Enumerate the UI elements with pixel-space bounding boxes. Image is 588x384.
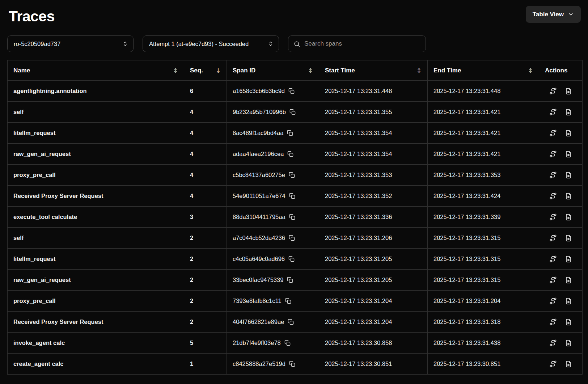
view-trace-button[interactable] xyxy=(549,213,557,221)
copy-icon xyxy=(289,193,295,199)
span-id-value: 21db7f4e9ff03e78 xyxy=(233,339,281,346)
view-trace-button[interactable] xyxy=(549,339,557,347)
document-icon xyxy=(565,151,572,158)
view-trace-button[interactable] xyxy=(549,108,557,116)
span-name: create_agent calc xyxy=(8,354,184,375)
copy-span-id-button[interactable] xyxy=(287,130,293,136)
span-end-time: 2025-12-17 13:23:31.421 xyxy=(428,144,539,165)
span-seq: 2 xyxy=(184,228,227,249)
sort-updown-icon[interactable]: ↕ xyxy=(173,67,178,74)
view-details-button[interactable] xyxy=(565,256,572,263)
copy-span-id-button[interactable] xyxy=(289,109,296,115)
view-details-button[interactable] xyxy=(565,318,572,326)
view-trace-button[interactable] xyxy=(549,360,557,368)
document-icon xyxy=(565,109,572,116)
copy-span-id-button[interactable] xyxy=(287,277,293,283)
view-details-button[interactable] xyxy=(565,130,572,137)
view-trace-button[interactable] xyxy=(549,234,557,242)
view-details-button[interactable] xyxy=(565,360,572,368)
view-details-button[interactable] xyxy=(565,235,572,242)
attempt-select[interactable]: Attempt 1 (at-e9ec7d93) - Succeeded xyxy=(143,35,279,52)
span-seq: 2 xyxy=(184,249,227,270)
view-details-button[interactable] xyxy=(565,109,572,116)
view-details-button[interactable] xyxy=(565,277,572,284)
table-view-label: Table View xyxy=(533,11,564,18)
span-name: self xyxy=(8,228,184,249)
copy-span-id-button[interactable] xyxy=(289,235,295,241)
filter-controls: ro-5c20509ad737 Attempt 1 (at-e9ec7d93) … xyxy=(7,35,581,52)
view-trace-button[interactable] xyxy=(549,150,557,158)
sort-updown-icon[interactable]: ↕ xyxy=(308,67,313,74)
view-details-button[interactable] xyxy=(565,88,572,95)
table-row: litellm_request 4 8ac489f1ac9bd4aa 2025-… xyxy=(8,123,583,144)
span-name: proxy_pre_call xyxy=(8,291,184,312)
view-trace-button[interactable] xyxy=(549,171,557,179)
view-trace-button[interactable] xyxy=(549,255,557,263)
view-trace-button[interactable] xyxy=(549,129,557,137)
document-icon xyxy=(565,298,572,305)
copy-span-id-button[interactable] xyxy=(287,151,293,157)
span-name: litellm_request xyxy=(8,123,184,144)
span-name: proxy_pre_call xyxy=(8,165,184,186)
route-icon xyxy=(549,192,557,200)
column-header-end-time[interactable]: End Time↕ xyxy=(428,60,539,81)
span-id-value: c8425888a27e519d xyxy=(233,360,285,367)
view-trace-button[interactable] xyxy=(549,87,557,95)
copy-span-id-button[interactable] xyxy=(288,88,295,94)
traces-table: Name↕Seq.↓Span ID↕Start Time↕End Time↕Ac… xyxy=(7,60,583,375)
span-end-time: 2025-12-17 13:23:31.315 xyxy=(428,228,539,249)
span-start-time: 2025-12-17 13:23:31.336 xyxy=(319,207,428,228)
route-icon xyxy=(549,276,557,284)
span-id-value: a1658c3cb6b3bc9d xyxy=(233,88,285,94)
copy-icon xyxy=(287,151,293,157)
view-details-button[interactable] xyxy=(565,151,572,158)
table-row: raw_gen_ai_request 2 33bec0fac9475339 20… xyxy=(8,270,583,291)
table-row: self 2 a7c044cb52da4236 2025-12-17 13:23… xyxy=(8,228,583,249)
sort-updown-icon[interactable]: ↕ xyxy=(528,67,533,74)
table-view-button[interactable]: Table View xyxy=(526,6,581,23)
document-icon xyxy=(565,360,572,368)
copy-span-id-button[interactable] xyxy=(288,256,295,262)
column-header-span-id[interactable]: Span ID↕ xyxy=(227,60,319,81)
copy-icon xyxy=(288,319,294,325)
span-name: raw_gen_ai_request xyxy=(8,270,184,291)
copy-span-id-button[interactable] xyxy=(285,298,291,304)
view-details-button[interactable] xyxy=(565,298,572,305)
span-seq: 5 xyxy=(184,333,227,354)
copy-span-id-button[interactable] xyxy=(289,193,295,199)
span-seq: 4 xyxy=(184,102,227,123)
view-details-button[interactable] xyxy=(565,172,572,179)
view-details-button[interactable] xyxy=(565,214,572,221)
view-trace-button[interactable] xyxy=(549,318,557,326)
column-header-seq[interactable]: Seq.↓ xyxy=(184,60,227,81)
copy-icon xyxy=(284,340,291,346)
span-id-value: c5bc84137a60275e xyxy=(233,172,285,178)
span-seq: 2 xyxy=(184,312,227,333)
span-start-time: 2025-12-17 13:23:31.205 xyxy=(319,249,428,270)
copy-span-id-button[interactable] xyxy=(289,214,295,220)
view-trace-button[interactable] xyxy=(549,297,557,305)
route-icon xyxy=(549,234,557,242)
table-row: Received Proxy Server Request 4 54e90110… xyxy=(8,186,583,207)
view-trace-button[interactable] xyxy=(549,276,557,284)
sort-updown-icon[interactable]: ↕ xyxy=(416,67,422,74)
rollout-select[interactable]: ro-5c20509ad737 xyxy=(7,35,134,52)
span-seq: 4 xyxy=(184,144,227,165)
copy-span-id-button[interactable] xyxy=(289,172,295,178)
table-row: execute_tool calculate 3 88da3104411795a… xyxy=(8,207,583,228)
copy-span-id-button[interactable] xyxy=(288,319,294,325)
document-icon xyxy=(565,214,572,221)
sort-descending-icon[interactable]: ↓ xyxy=(216,67,221,74)
view-trace-button[interactable] xyxy=(549,192,557,200)
view-details-button[interactable] xyxy=(565,339,572,347)
span-start-time: 2025-12-17 13:23:31.206 xyxy=(319,228,428,249)
span-start-time: 2025-12-17 13:23:31.205 xyxy=(319,270,428,291)
search-spans-input[interactable] xyxy=(304,40,420,47)
column-header-name[interactable]: Name↕ xyxy=(8,60,184,81)
span-name: raw_gen_ai_request xyxy=(8,144,184,165)
table-row: invoke_agent calc 5 21db7f4e9ff03e78 202… xyxy=(8,333,583,354)
copy-span-id-button[interactable] xyxy=(284,340,291,346)
column-header-start-time[interactable]: Start Time↕ xyxy=(319,60,428,81)
copy-span-id-button[interactable] xyxy=(289,361,295,367)
view-details-button[interactable] xyxy=(565,193,572,200)
